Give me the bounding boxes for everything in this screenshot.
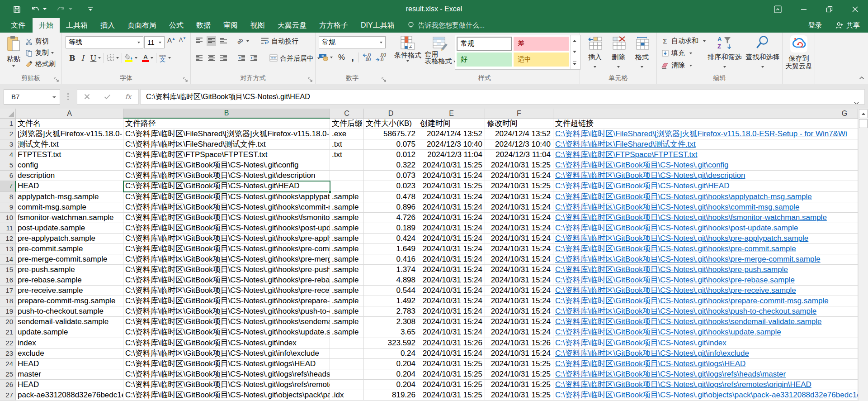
cell-C24[interactable] — [330, 359, 364, 369]
fill-button[interactable]: 填充 — [660, 48, 706, 58]
cell-E11[interactable]: 2024/10/31 15:24 — [418, 223, 485, 234]
cell-B12[interactable]: C:\资料库\临时区\GitBook项目\CS-Notes\.git\hooks… — [123, 234, 330, 244]
increase-decimal-icon[interactable]: .0.00 — [363, 53, 371, 62]
orientation-icon[interactable]: ab — [236, 37, 244, 45]
cell-E4[interactable]: 2024/12/3 11:04 — [418, 150, 485, 160]
borders-dropdown-icon[interactable] — [116, 57, 119, 59]
copy-button[interactable]: 复制 — [24, 48, 56, 58]
cell-D14[interactable]: 0.416 — [364, 254, 418, 265]
row-header-14[interactable]: 14 — [0, 254, 16, 265]
cell-A18[interactable]: prepare-commit-msg.sample — [16, 296, 123, 306]
hyperlink-G20[interactable]: C:\资料库\临时区\GitBook项目\CS-Notes\.git\hooks… — [553, 317, 858, 327]
cell-D8[interactable]: 0.478 — [364, 192, 418, 202]
cell-B2[interactable]: C:\资料库\临时区\FileShared\[浏览器]火狐Firefox-v11… — [123, 129, 330, 139]
cell-D3[interactable]: 0.075 — [364, 139, 418, 150]
cell-B19[interactable]: C:\资料库\临时区\GitBook项目\CS-Notes\.git\hooks… — [123, 306, 330, 317]
cell-B17[interactable]: C:\资料库\临时区\GitBook项目\CS-Notes\.git\hooks… — [123, 286, 330, 296]
cell-C19[interactable]: .sample — [330, 306, 364, 317]
underline-button[interactable]: U — [90, 54, 96, 62]
hyperlink-G25[interactable]: C:\资料库\临时区\GitBook项目\CS-Notes\.git\logs\… — [553, 369, 858, 380]
cell-C18[interactable]: .sample — [330, 296, 364, 306]
cell-B10[interactable]: C:\资料库\临时区\GitBook项目\CS-Notes\.git\hooks… — [123, 213, 330, 223]
cell-A14[interactable]: pre-merge-commit.sample — [16, 254, 123, 265]
hyperlink-G8[interactable]: C:\资料库\临时区\GitBook项目\CS-Notes\.git\hooks… — [553, 192, 858, 202]
hyperlink-G22[interactable]: C:\资料库\临时区\GitBook项目\CS-Notes\.git\index — [553, 338, 858, 348]
cell-D6[interactable]: 0.073 — [364, 171, 418, 181]
dropdown-caret-icon[interactable] — [689, 53, 692, 54]
bold-button[interactable]: B — [69, 54, 75, 62]
font-family-combo[interactable]: 等线 — [66, 36, 143, 48]
cell-C1[interactable]: 文件后缀 — [330, 119, 364, 129]
row-header-4[interactable]: 4 — [0, 150, 16, 160]
dropdown-caret-icon[interactable] — [51, 52, 54, 54]
cell-E7[interactable]: 2024/10/31 15:25 — [418, 181, 485, 191]
hyperlink-G7[interactable]: C:\资料库\临时区\GitBook项目\CS-Notes\.git\HEAD — [553, 181, 858, 191]
currency-icon[interactable] — [319, 53, 329, 62]
tab-1[interactable]: 开始 — [33, 18, 60, 33]
cell-E20[interactable]: 2024/10/31 15:24 — [418, 317, 485, 327]
fill-color-icon[interactable] — [125, 54, 133, 62]
cell-A8[interactable]: applypatch-msg.sample — [16, 192, 123, 202]
cell-A19[interactable]: push-to-checkout.sample — [16, 306, 123, 317]
hyperlink-G13[interactable]: C:\资料库\临时区\GitBook项目\CS-Notes\.git\hooks… — [553, 244, 858, 254]
cell-F17[interactable]: 2024/10/31 15:24 — [485, 286, 553, 296]
alignment-dialog-launcher-icon[interactable] — [308, 76, 313, 81]
cell-F21[interactable]: 2024/10/31 15:24 — [485, 327, 553, 338]
cell-G1[interactable]: 文件超链接 — [553, 119, 858, 129]
cell-A20[interactable]: sendemail-validate.sample — [16, 317, 123, 327]
italic-button[interactable]: I — [81, 54, 84, 62]
clear-button[interactable]: 清除 — [660, 60, 706, 71]
cancel-icon[interactable] — [84, 93, 90, 101]
cell-E26[interactable]: 2024/10/31 15:25 — [418, 380, 485, 390]
cell-C27[interactable]: .idx — [330, 390, 364, 401]
hyperlink-G17[interactable]: C:\资料库\临时区\GitBook项目\CS-Notes\.git\hooks… — [553, 286, 858, 296]
row-header-8[interactable]: 8 — [0, 192, 16, 202]
vertical-scrollbar[interactable] — [858, 109, 868, 401]
share-button[interactable]: 共享 — [835, 21, 860, 30]
cell-E10[interactable]: 2024/10/31 15:24 — [418, 213, 485, 223]
cell-F16[interactable]: 2024/10/31 15:24 — [485, 275, 553, 286]
merge-center-button[interactable]: 合并后居中 — [280, 54, 314, 63]
format-as-table-button[interactable]: 套用表格格式 — [425, 35, 455, 64]
align-bottom-icon[interactable] — [219, 36, 228, 46]
dropdown-caret-icon[interactable] — [594, 66, 596, 68]
cell-D16[interactable]: 4.898 — [364, 275, 418, 286]
cell-E24[interactable]: 2024/10/31 15:25 — [418, 359, 485, 369]
select-all-corner[interactable] — [0, 109, 16, 119]
cell-D7[interactable]: 0.023 — [364, 181, 418, 191]
row-header-24[interactable]: 24 — [0, 359, 16, 369]
cell-F7[interactable]: 2024/10/31 15:25 — [485, 181, 553, 191]
cell-D1[interactable]: 文件大小(KB) — [364, 119, 418, 129]
cell-C17[interactable]: .sample — [330, 286, 364, 296]
cell-A17[interactable]: pre-receive.sample — [16, 286, 123, 296]
cell-F14[interactable]: 2024/10/31 15:24 — [485, 254, 553, 265]
cell-E19[interactable]: 2024/10/31 15:24 — [418, 306, 485, 317]
cell-C8[interactable]: .sample — [330, 192, 364, 202]
cell-C4[interactable]: .txt — [330, 150, 364, 160]
name-box[interactable]: B7 — [4, 89, 60, 105]
column-header-G[interactable] — [553, 109, 858, 119]
cell-style-好[interactable]: 好 — [457, 53, 512, 67]
row-header-13[interactable]: 13 — [0, 244, 16, 254]
cell-B5[interactable]: C:\资料库\临时区\GitBook项目\CS-Notes\.git\confi… — [123, 160, 330, 171]
tell-me-box[interactable]: 告诉我您想要做什么... — [407, 18, 485, 33]
decrease-indent-icon[interactable] — [237, 53, 246, 63]
hyperlink-G26[interactable]: C:\资料库\临时区\GitBook项目\CS-Notes\.git\logs\… — [553, 380, 858, 390]
cell-C23[interactable] — [330, 348, 364, 359]
cell-A9[interactable]: commit-msg.sample — [16, 202, 123, 213]
cell-F24[interactable]: 2024/10/31 15:25 — [485, 359, 553, 369]
hyperlink-G12[interactable]: C:\资料库\临时区\GitBook项目\CS-Notes\.git\hooks… — [553, 234, 858, 244]
align-top-icon[interactable] — [194, 36, 204, 46]
cell-B4[interactable]: C:\资料库\临时区\FTPSpace\FTPTEST.txt — [123, 150, 330, 160]
formula-input[interactable]: C:\资料库\临时区\GitBook项目\CS-Notes\.git\HEAD — [140, 89, 865, 105]
row-header-2[interactable]: 2 — [0, 129, 16, 139]
cell-D25[interactable]: 0.204 — [364, 369, 418, 380]
dropdown-caret-icon[interactable] — [689, 65, 692, 67]
hyperlink-G6[interactable]: C:\资料库\临时区\GitBook项目\CS-Notes\.git\descr… — [553, 171, 858, 181]
cell-A6[interactable]: description — [16, 171, 123, 181]
cell-D11[interactable]: 0.189 — [364, 223, 418, 234]
row-header-27[interactable]: 27 — [0, 390, 16, 401]
insert-cells-button[interactable]: 插入 — [584, 36, 606, 69]
cell-A23[interactable]: exclude — [16, 348, 123, 359]
cell-style-差[interactable]: 差 — [514, 37, 569, 51]
